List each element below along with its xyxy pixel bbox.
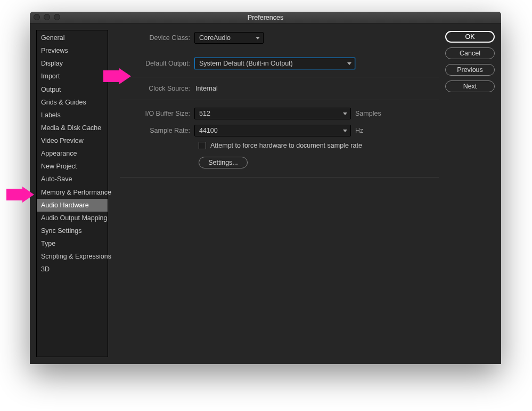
ok-button[interactable]: OK	[445, 31, 495, 43]
separator	[120, 100, 439, 100]
sidebar-item-sync-settings[interactable]: Sync Settings	[37, 224, 108, 237]
sidebar-item-appearance[interactable]: Appearance	[37, 147, 108, 160]
label-sample-rate: Sample Rate:	[114, 127, 194, 134]
annotation-arrow-icon	[103, 68, 131, 84]
sidebar-item-video-preview[interactable]: Video Preview	[37, 134, 108, 147]
next-button[interactable]: Next	[445, 80, 495, 92]
sidebar-item-display[interactable]: Display	[37, 57, 108, 70]
sidebar-item-general[interactable]: General	[37, 31, 108, 44]
checkbox-force-hardware[interactable]	[199, 142, 206, 149]
chevron-down-icon	[347, 62, 351, 65]
window-controls[interactable]	[34, 14, 60, 20]
label-force-hardware: Attempt to force hardware to document sa…	[210, 142, 362, 149]
sidebar-item-previews[interactable]: Previews	[37, 44, 108, 57]
label-io-buffer: I/O Buffer Size:	[114, 110, 194, 117]
unit-hz: Hz	[355, 127, 363, 134]
sidebar-item-type[interactable]: Type	[37, 237, 108, 250]
select-sample-rate-value: 44100	[199, 127, 218, 134]
select-io-buffer[interactable]: 512	[194, 108, 351, 119]
sidebar-item-media-disk-cache[interactable]: Media & Disk Cache	[37, 122, 108, 134]
titlebar-title: Preferences	[248, 14, 283, 21]
separator	[120, 177, 439, 178]
label-device-class: Device Class:	[114, 34, 194, 42]
select-io-buffer-value: 512	[199, 110, 210, 117]
svg-marker-0	[103, 68, 131, 84]
sidebar-item-audio-hardware[interactable]: Audio Hardware	[37, 199, 108, 212]
sidebar-item-output[interactable]: Output	[37, 83, 108, 96]
value-clock-source: Internal	[194, 85, 218, 92]
sidebar-item-grids-guides[interactable]: Grids & Guides	[37, 96, 108, 109]
select-device-class-value: CoreAudio	[199, 34, 231, 42]
select-device-class[interactable]: CoreAudio	[194, 32, 264, 44]
sidebar-item-new-project[interactable]: New Project	[37, 160, 108, 173]
chevron-down-icon	[343, 112, 347, 115]
chevron-down-icon	[343, 130, 347, 132]
sidebar-item-import[interactable]: Import	[37, 70, 108, 83]
sidebar-item-audio-output-mapping[interactable]: Audio Output Mapping	[37, 212, 108, 224]
sidebar: GeneralPreviewsDisplayImportOutputGrids …	[36, 30, 108, 357]
annotation-arrow-icon	[6, 187, 34, 203]
sidebar-item-scripting-expressions[interactable]: Scripting & Expressions	[37, 250, 108, 263]
cancel-button[interactable]: Cancel	[445, 47, 495, 59]
titlebar: Preferences	[30, 12, 501, 23]
unit-samples: Samples	[355, 110, 381, 117]
label-clock-source: Clock Source:	[114, 85, 194, 92]
select-default-output[interactable]: System Default (Built-in Output)	[194, 58, 355, 69]
settings-button[interactable]: Settings...	[199, 157, 248, 168]
main-panel: Device Class: CoreAudio Default Output: …	[114, 30, 439, 358]
action-buttons: OK Cancel Previous Next	[445, 30, 495, 358]
sidebar-item-labels[interactable]: Labels	[37, 109, 108, 122]
preferences-window: Preferences GeneralPreviewsDisplayImport…	[30, 12, 501, 364]
sidebar-item-memory-performance[interactable]: Memory & Performance	[37, 186, 108, 199]
separator	[120, 77, 439, 77]
select-default-output-value: System Default (Built-in Output)	[199, 60, 293, 67]
svg-marker-1	[6, 187, 34, 203]
sidebar-item-3d[interactable]: 3D	[37, 263, 108, 276]
label-default-output: Default Output:	[114, 60, 194, 67]
chevron-down-icon	[256, 37, 260, 39]
sidebar-item-auto-save[interactable]: Auto-Save	[37, 173, 108, 186]
select-sample-rate[interactable]: 44100	[194, 125, 351, 136]
previous-button[interactable]: Previous	[445, 64, 495, 76]
